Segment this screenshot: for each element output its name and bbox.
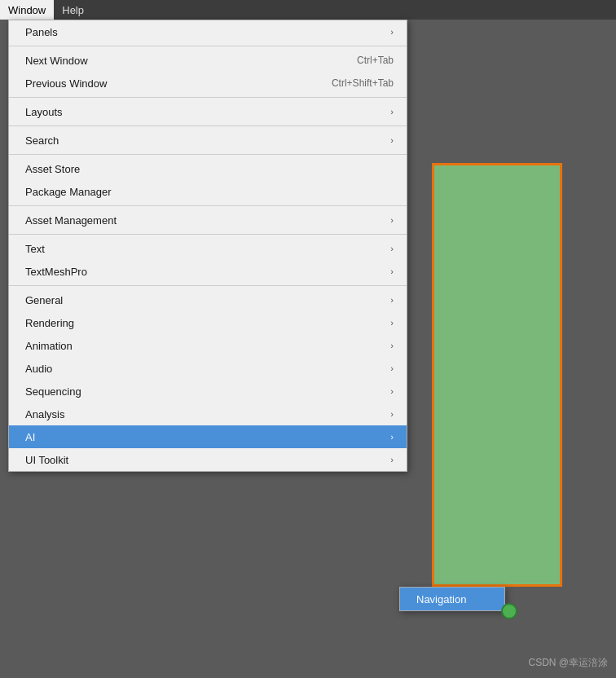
- divider-2: [9, 97, 407, 98]
- menu-item-package-manager[interactable]: Package Manager: [9, 180, 407, 203]
- menu-item-audio[interactable]: Audio ›: [9, 357, 407, 380]
- divider-1: [9, 46, 407, 46]
- arrow-icon-rendering: ›: [390, 318, 394, 328]
- menu-item-search[interactable]: Search ›: [9, 129, 407, 152]
- submenu-item-navigation[interactable]: Navigation: [400, 588, 504, 610]
- arrow-icon-layouts: ›: [390, 107, 394, 117]
- menubar-window[interactable]: Window: [0, 0, 54, 20]
- watermark: CSDN @幸运涪涂: [528, 656, 608, 670]
- menu-item-panels[interactable]: Panels ›: [9, 20, 407, 43]
- menu-item-next-window[interactable]: Next Window Ctrl+Tab: [9, 49, 407, 72]
- ai-submenu: Navigation: [399, 587, 505, 611]
- menu-item-sequencing[interactable]: Sequencing ›: [9, 380, 407, 403]
- arrow-icon-ui-toolkit: ›: [390, 455, 394, 464]
- arrow-icon: ›: [390, 27, 394, 37]
- divider-7: [9, 285, 407, 286]
- arrow-icon-animation: ›: [390, 341, 394, 350]
- menubar-help[interactable]: Help: [54, 0, 92, 20]
- shortcut-prev-window: Ctrl+Shift+Tab: [332, 77, 394, 89]
- arrow-icon-search: ›: [390, 135, 394, 145]
- arrow-icon-audio: ›: [390, 363, 394, 373]
- arrow-icon-ai: ›: [390, 432, 394, 442]
- menu-item-ai[interactable]: AI ›: [9, 425, 407, 448]
- menu-item-rendering[interactable]: Rendering ›: [9, 311, 407, 334]
- scene-green-rect: [432, 163, 562, 587]
- arrow-icon-general: ›: [390, 295, 394, 305]
- divider-4: [9, 154, 407, 155]
- menu-item-asset-management[interactable]: Asset Management ›: [9, 209, 407, 231]
- cursor: [501, 603, 517, 619]
- menu-item-prev-window[interactable]: Previous Window Ctrl+Shift+Tab: [9, 72, 407, 95]
- arrow-icon-sequencing: ›: [390, 386, 394, 396]
- arrow-icon-asset-management: ›: [390, 215, 394, 225]
- menu-item-ui-toolkit[interactable]: UI Toolkit ›: [9, 448, 407, 471]
- menu-item-animation[interactable]: Animation ›: [9, 334, 407, 357]
- menu-item-textmeshpro[interactable]: TextMeshPro ›: [9, 260, 407, 283]
- arrow-icon-textmeshpro: ›: [390, 266, 394, 276]
- menu-item-analysis[interactable]: Analysis ›: [9, 403, 407, 425]
- shortcut-next-window: Ctrl+Tab: [357, 55, 394, 66]
- arrow-icon-text: ›: [390, 244, 394, 253]
- window-dropdown-menu: Panels › Next Window Ctrl+Tab Previous W…: [8, 20, 407, 472]
- arrow-icon-analysis: ›: [390, 409, 394, 419]
- menu-item-layouts[interactable]: Layouts ›: [9, 100, 407, 123]
- menu-item-general[interactable]: General ›: [9, 288, 407, 311]
- divider-5: [9, 205, 407, 206]
- divider-6: [9, 234, 407, 235]
- menu-item-asset-store[interactable]: Asset Store: [9, 157, 407, 180]
- menu-bar: Window Help: [0, 0, 616, 20]
- menu-item-text[interactable]: Text ›: [9, 237, 407, 260]
- divider-3: [9, 125, 407, 126]
